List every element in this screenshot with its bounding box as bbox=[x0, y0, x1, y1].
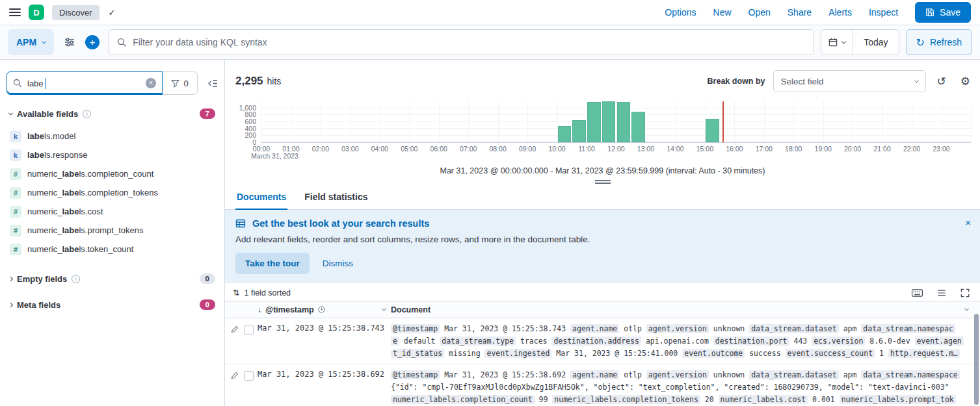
expand-document-icon[interactable] bbox=[231, 325, 239, 333]
histogram-bar[interactable] bbox=[602, 101, 616, 142]
available-fields-count-badge: 7 bbox=[200, 108, 215, 119]
sorted-fields-button[interactable]: ⇅ 1 field sorted bbox=[233, 288, 291, 298]
field-search-input[interactable]: labe × bbox=[7, 71, 163, 95]
save-button[interactable]: Save bbox=[915, 2, 971, 23]
hits-label: hits bbox=[267, 76, 282, 86]
saved-query-menu-icon[interactable] bbox=[60, 29, 79, 55]
field-chip: destination.port bbox=[713, 336, 789, 346]
close-icon[interactable]: × bbox=[965, 217, 971, 228]
row-timestamp: Mar 31, 2023 @ 15:25:38.692 bbox=[258, 369, 391, 406]
chart-history-icon[interactable]: ↺ bbox=[934, 75, 949, 88]
gridline-v bbox=[942, 101, 942, 142]
field-chip: event.ingested bbox=[484, 349, 551, 358]
document-line: @timestamp Mar 31, 2023 @ 15:25:38.743 a… bbox=[391, 323, 976, 335]
column-menu-icon[interactable] bbox=[382, 307, 386, 311]
gridline-v bbox=[853, 101, 853, 142]
info-icon[interactable]: i bbox=[72, 275, 80, 283]
kql-search-input[interactable]: Filter your data using KQL syntax bbox=[109, 29, 814, 55]
table-row: Mar 31, 2023 @ 15:25:38.743@timestamp Ma… bbox=[225, 318, 980, 364]
field-filter-button[interactable]: 0 bbox=[163, 71, 198, 95]
meta-fields-label: Meta fields bbox=[17, 300, 60, 310]
field-type-icon: k bbox=[10, 131, 21, 142]
display-options-icon[interactable] bbox=[937, 288, 946, 298]
field-chip: data_stream.namespace bbox=[861, 370, 959, 379]
info-icon[interactable]: i bbox=[83, 110, 91, 118]
expand-document-icon[interactable] bbox=[231, 371, 239, 379]
table-header-row: ↓ @timestamp Document bbox=[225, 301, 980, 318]
empty-fields-header[interactable]: Empty fields i 0 bbox=[7, 270, 218, 288]
histogram-chart: 1,0008006004002000 00:0001:0002:0003:000… bbox=[229, 101, 971, 160]
chart-options-gear-icon[interactable]: ⚙ bbox=[957, 75, 973, 88]
vertical-scrollbar[interactable] bbox=[974, 314, 979, 405]
histogram-bar[interactable] bbox=[631, 112, 645, 142]
gridline-v bbox=[439, 101, 440, 142]
nav-open[interactable]: Open bbox=[748, 7, 771, 18]
histogram-bar[interactable] bbox=[558, 126, 572, 142]
field-type-icon: # bbox=[10, 206, 21, 218]
row-checkbox[interactable] bbox=[244, 371, 254, 381]
gridline-v bbox=[793, 101, 794, 142]
field-list-item[interactable]: klabels.response bbox=[7, 146, 218, 164]
row-checkbox[interactable] bbox=[244, 325, 254, 335]
row-document: @timestamp Mar 31, 2023 @ 15:25:38.692 a… bbox=[391, 369, 980, 406]
field-list-item[interactable]: #numeric_labels.cost bbox=[7, 202, 218, 221]
gridline-v bbox=[350, 101, 351, 142]
field-name: numeric_labels.completion_tokens bbox=[27, 188, 158, 197]
field-list-item[interactable]: #numeric_labels.completion_count bbox=[7, 164, 218, 183]
histogram-bar[interactable] bbox=[706, 119, 719, 142]
callout-body: Add relevant fields, reorder and sort co… bbox=[235, 235, 970, 244]
field-list: klabels.modelklabels.response#numeric_la… bbox=[7, 127, 218, 259]
chevron-right-icon bbox=[8, 276, 13, 281]
field-list-item[interactable]: #numeric_labels.token_count bbox=[7, 240, 218, 259]
document-line: t_id_status missing event.ingested Mar 3… bbox=[391, 348, 976, 360]
take-tour-button[interactable]: Take the tour bbox=[235, 253, 310, 274]
tab-documents[interactable]: Documents bbox=[235, 188, 287, 210]
add-filter-button[interactable]: + bbox=[85, 35, 99, 49]
clear-search-icon[interactable]: × bbox=[146, 78, 156, 88]
histogram-bar[interactable] bbox=[617, 102, 631, 142]
field-chip: data_stream.namespac bbox=[861, 324, 955, 333]
histogram-bar[interactable] bbox=[587, 102, 601, 142]
field-chip: @timestamp bbox=[391, 324, 440, 333]
field-list-item[interactable]: klabels.model bbox=[7, 127, 218, 146]
histogram-bar[interactable] bbox=[572, 120, 586, 142]
row-document: @timestamp Mar 31, 2023 @ 15:25:38.743 a… bbox=[391, 323, 980, 360]
row-controls bbox=[225, 323, 258, 360]
field-chip: agent.name bbox=[570, 370, 619, 379]
tab-field-statistics[interactable]: Field statistics bbox=[303, 188, 369, 209]
field-name: numeric_labels.prompt_tokens bbox=[27, 225, 143, 235]
data-view-picker[interactable]: APM bbox=[8, 29, 54, 55]
available-fields-header[interactable]: Available fields i 7 bbox=[7, 108, 218, 119]
field-chip: event.agen bbox=[915, 336, 964, 346]
dismiss-button[interactable]: Dismiss bbox=[323, 259, 353, 268]
nav-share[interactable]: Share bbox=[788, 7, 812, 18]
chart-resize-handle[interactable] bbox=[595, 180, 611, 184]
space-avatar[interactable]: D bbox=[29, 5, 44, 20]
nav-inspect[interactable]: Inspect bbox=[869, 7, 898, 18]
break-down-field-select[interactable]: Select field bbox=[773, 70, 926, 92]
collapse-sidebar-icon[interactable] bbox=[207, 78, 218, 89]
gridline-v bbox=[468, 101, 469, 142]
column-menu-icon[interactable] bbox=[964, 307, 969, 311]
row-controls bbox=[225, 369, 258, 406]
gridline-v bbox=[291, 101, 291, 142]
breadcrumb[interactable]: Discover bbox=[52, 5, 99, 20]
y-axis-labels: 1,0008006004002000 bbox=[229, 101, 261, 143]
field-list-item[interactable]: #numeric_labels.prompt_tokens bbox=[7, 221, 218, 240]
doc-table-body: Mar 31, 2023 @ 15:25:38.743@timestamp Ma… bbox=[225, 318, 980, 406]
refresh-button[interactable]: ↻ Refresh bbox=[906, 29, 972, 55]
date-picker-menu[interactable] bbox=[821, 30, 853, 55]
date-quick-select[interactable]: Today bbox=[853, 37, 898, 47]
timestamp-column-header[interactable]: ↓ @timestamp bbox=[258, 305, 391, 314]
menu-icon[interactable] bbox=[9, 8, 21, 16]
nav-options[interactable]: Options bbox=[665, 7, 696, 18]
meta-fields-count-badge: 0 bbox=[200, 299, 215, 310]
field-list-item[interactable]: #numeric_labels.completion_tokens bbox=[7, 183, 218, 202]
nav-alerts[interactable]: Alerts bbox=[828, 7, 852, 18]
document-column-header[interactable]: Document bbox=[391, 305, 980, 314]
fullscreen-icon[interactable] bbox=[960, 288, 970, 298]
meta-fields-header[interactable]: Meta fields 0 bbox=[7, 296, 218, 314]
gridline-v bbox=[646, 101, 646, 142]
keyboard-shortcuts-icon[interactable] bbox=[912, 289, 923, 297]
nav-new[interactable]: New bbox=[713, 7, 732, 18]
